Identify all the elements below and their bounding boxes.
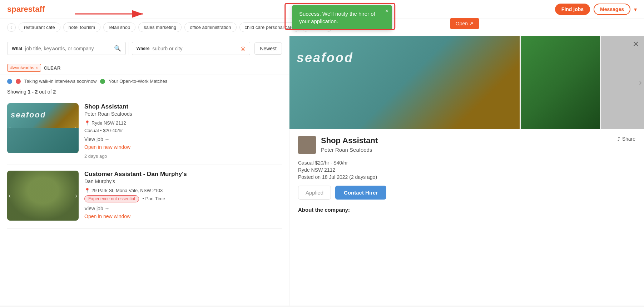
legend-green-dot	[100, 79, 105, 84]
detail-image-next[interactable]: ›	[639, 77, 642, 87]
close-button[interactable]: ✕	[633, 40, 639, 49]
header-dropdown-icon[interactable]: ▾	[634, 6, 637, 13]
legend-red-dot	[16, 79, 21, 84]
job-info-1: Shop Assistant Peter Roan Seafoods 📍 Ryd…	[84, 103, 282, 159]
view-job-link-2[interactable]: View job →	[84, 206, 110, 211]
category-restaurant-cafe[interactable]: restaurant cafe	[19, 22, 60, 32]
detail-company-name: Peter Roan Seafoods	[321, 147, 378, 153]
job-detail-images: ›	[289, 36, 644, 129]
image-arrow-left-2[interactable]: ‹	[9, 192, 11, 200]
legend: Taking walk-in interviews soon/now Your …	[0, 75, 289, 87]
filter-tag-woolworths: #woolworths ×	[7, 64, 41, 72]
category-retail-shop[interactable]: retail shop	[103, 22, 135, 32]
legend-walk-in-label: Taking walk-in interviews soon/now	[24, 79, 96, 84]
share-icon: ⤴	[618, 136, 620, 142]
right-panel: ✕ › Shop Assistant Peter Roan Seafoods ⤴	[289, 36, 644, 306]
dot-4	[45, 149, 48, 151]
what-label: What	[12, 46, 22, 51]
search-icon[interactable]: 🔍	[114, 45, 121, 52]
logo-staff: staff	[28, 5, 45, 14]
left-panel: What 🔍 Where ◎ Newest #woolworths × CLEA…	[0, 36, 289, 306]
where-search-field: Where ◎	[132, 42, 251, 55]
search-divider	[129, 42, 129, 55]
image-arrow-right[interactable]: ›	[75, 125, 77, 132]
results-range: 1 - 2	[28, 89, 38, 95]
job-location-1: 📍 Ryde NSW 2112	[84, 120, 282, 126]
main-layout: What 🔍 Where ◎ Newest #woolworths × CLEA…	[0, 36, 644, 306]
open-window-link-1[interactable]: Open in new window	[84, 144, 282, 150]
dot-1	[35, 149, 37, 151]
dot-5	[49, 149, 51, 151]
sort-button[interactable]: Newest	[254, 42, 282, 55]
work-type-2: Part Time	[145, 196, 165, 201]
job-date-1: 2 days ago	[84, 154, 282, 159]
share-button[interactable]: ⤴ Share	[618, 136, 635, 142]
where-label: Where	[137, 46, 150, 51]
job-card-1: ‹ › Shop Assistant Peter Roan Seafoods 📍…	[7, 97, 282, 165]
about-company-label: About the company:	[298, 207, 635, 213]
detail-main-image	[289, 36, 520, 129]
applied-button[interactable]: Applied	[298, 186, 331, 200]
job-location-2: 📍 29 Park St, Mona Vale, NSW 2103	[84, 188, 282, 193]
detail-pay: Casual $20/hr - $40/hr	[298, 160, 635, 166]
what-input[interactable]	[25, 46, 111, 51]
location-icon[interactable]: ◎	[241, 45, 246, 52]
dot-2	[38, 149, 40, 151]
category-office-administration[interactable]: office administration	[184, 22, 236, 32]
legend-blue-dot	[7, 79, 12, 84]
out-of-label: out of	[39, 89, 52, 95]
job-type-1: Casual	[84, 128, 99, 133]
where-input[interactable]	[152, 46, 238, 51]
job-list: ‹ › Shop Assistant Peter Roan Seafoods 📍…	[0, 97, 289, 306]
image-arrow-right-2[interactable]: ›	[75, 192, 77, 200]
job-title-1: Shop Assistant	[84, 103, 282, 110]
job-pay-1: $20-40/hr	[103, 128, 123, 133]
open-window-link-2[interactable]: Open in new window	[84, 213, 282, 219]
category-sales-marketing[interactable]: sales marketing	[138, 22, 182, 32]
job-company-1: Peter Roan Seafoods	[84, 111, 282, 117]
job-image-seafood: ‹ ›	[7, 103, 79, 153]
job-detail-card: Shop Assistant Peter Roan Seafoods ⤴ Sha…	[289, 129, 644, 306]
logo-spare: spare	[7, 5, 28, 14]
image-arrow-left[interactable]: ‹	[9, 125, 11, 132]
search-bar: What 🔍 Where ◎ Newest	[0, 36, 289, 61]
detail-actions: Applied Contact Hirer	[298, 186, 635, 200]
detail-location: Ryde NSW 2112	[298, 167, 635, 173]
job-title-2: Customer Assistant - Dan Murphy's	[84, 171, 282, 178]
job-card-2: ‹ › Customer Assistant - Dan Murphy's Da…	[7, 165, 282, 229]
company-logo	[298, 136, 316, 154]
notification-message: Success. We'll notify the hirer of your …	[299, 11, 375, 24]
legend-open-to-work-label: Your Open-to-Work Matches	[109, 79, 167, 84]
what-search-field: What 🔍	[7, 42, 126, 55]
experience-badge: Experience not essential	[84, 195, 139, 202]
job-image-danmurphy: ‹ ›	[7, 171, 79, 221]
detail-posted: Posted on 18 Jul 2022 (2 days ago)	[298, 174, 635, 180]
view-job-link-1[interactable]: View job →	[84, 136, 110, 142]
showing-label: Showing	[7, 89, 26, 95]
detail-side-image-2	[601, 36, 644, 129]
notification-close-button[interactable]: ×	[385, 8, 388, 14]
category-hotel-tourism[interactable]: hotel tourism	[63, 22, 100, 32]
filter-tag-label: #woolworths	[10, 65, 34, 70]
detail-job-title: Shop Assistant	[321, 136, 378, 145]
filter-tag-remove[interactable]: ×	[36, 66, 38, 70]
map-pin-icon-2: 📍	[84, 188, 90, 193]
clear-button[interactable]: CLEAR	[44, 65, 61, 71]
job-company-2: Dan Murphy's	[84, 178, 282, 184]
results-total: 2	[53, 89, 56, 95]
detail-side-image	[521, 36, 600, 129]
filter-row: #woolworths × CLEAR	[0, 61, 289, 75]
job-info-2: Customer Assistant - Dan Murphy's Dan Mu…	[84, 171, 282, 223]
category-child-care[interactable]: child care personal care	[239, 22, 299, 32]
logo: sparestaff	[7, 5, 45, 14]
map-pin-icon: 📍	[84, 120, 90, 126]
work-type-separator: •	[142, 196, 145, 201]
results-count: Showing 1 - 2 out of 2	[0, 87, 289, 97]
category-back-button[interactable]: ‹	[7, 23, 16, 32]
contact-hirer-button[interactable]: Contact Hirer	[335, 186, 386, 200]
job-location-text-2: 29 Park St, Mona Vale, NSW 2103	[91, 188, 163, 193]
job-meta-2: Experience not essential • Part Time	[84, 195, 282, 202]
share-label: Share	[622, 136, 635, 142]
messages-button[interactable]: Messages	[594, 4, 630, 15]
find-jobs-button[interactable]: Find jobs	[555, 4, 590, 15]
